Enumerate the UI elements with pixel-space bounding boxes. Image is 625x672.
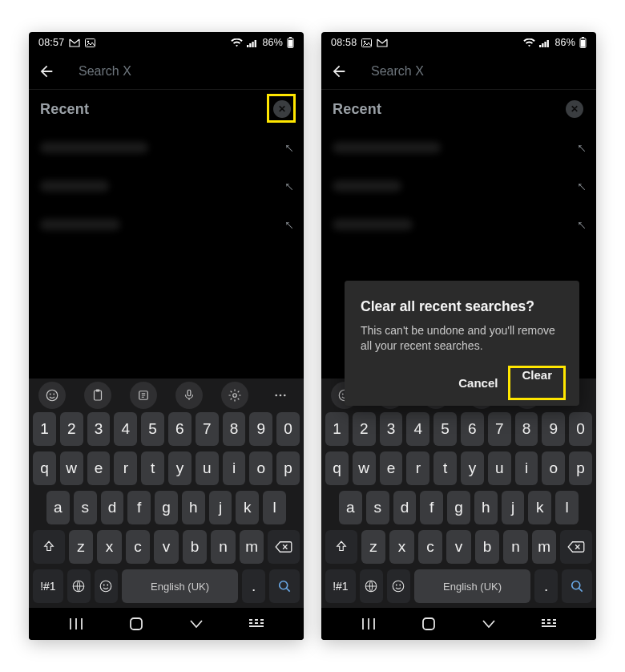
key[interactable]: e bbox=[380, 451, 403, 485]
space-key[interactable]: English (UK) bbox=[122, 569, 238, 603]
shift-key[interactable] bbox=[33, 530, 65, 564]
recent-item[interactable]: ↑ bbox=[40, 205, 292, 244]
recent-item[interactable]: ↑ bbox=[40, 128, 292, 167]
key[interactable]: w bbox=[60, 451, 83, 485]
key[interactable]: j bbox=[209, 491, 232, 524]
key[interactable]: y bbox=[461, 451, 484, 485]
key[interactable]: y bbox=[168, 451, 192, 485]
search-input[interactable]: Search X bbox=[371, 64, 424, 79]
recent-item[interactable]: ↑ bbox=[333, 167, 585, 205]
key[interactable]: n bbox=[211, 530, 236, 564]
key[interactable]: b bbox=[183, 530, 208, 564]
search-key[interactable] bbox=[269, 569, 300, 603]
symbols-key[interactable]: !#1 bbox=[33, 569, 63, 603]
recents-nav-icon[interactable] bbox=[357, 617, 381, 630]
key[interactable]: 6 bbox=[461, 412, 484, 446]
key[interactable]: f bbox=[127, 491, 151, 524]
back-nav-icon[interactable] bbox=[184, 619, 208, 629]
key[interactable]: k bbox=[236, 491, 259, 524]
key[interactable]: o bbox=[542, 451, 565, 485]
key[interactable]: 4 bbox=[114, 412, 137, 446]
key[interactable]: o bbox=[249, 451, 272, 485]
arrow-upleft-icon[interactable]: ↑ bbox=[573, 216, 590, 233]
key[interactable]: h bbox=[182, 491, 205, 524]
clear-recent-icon[interactable]: ✕ bbox=[566, 100, 583, 118]
key[interactable]: j bbox=[502, 491, 525, 524]
keyboard-nav-icon[interactable] bbox=[244, 619, 268, 629]
key[interactable]: g bbox=[447, 491, 470, 524]
period-key[interactable]: . bbox=[534, 569, 558, 603]
key[interactable]: h bbox=[474, 491, 498, 524]
key[interactable]: 9 bbox=[542, 412, 565, 446]
key[interactable]: d bbox=[393, 491, 417, 524]
key[interactable]: f bbox=[420, 491, 443, 524]
key[interactable]: l bbox=[263, 491, 286, 524]
emoji-icon[interactable] bbox=[38, 382, 66, 409]
key[interactable]: a bbox=[46, 491, 70, 524]
clear-button[interactable]: Clear bbox=[510, 360, 563, 390]
key[interactable]: v bbox=[446, 530, 471, 564]
key[interactable]: 3 bbox=[87, 412, 111, 446]
key[interactable]: 6 bbox=[168, 412, 192, 446]
key[interactable]: 1 bbox=[325, 412, 349, 446]
recent-item[interactable]: ↑ bbox=[40, 167, 292, 205]
key[interactable]: 1 bbox=[33, 412, 56, 446]
key[interactable]: 8 bbox=[223, 412, 246, 446]
back-arrow-icon[interactable] bbox=[329, 62, 349, 81]
back-nav-icon[interactable] bbox=[477, 619, 501, 629]
key[interactable]: r bbox=[406, 451, 429, 485]
key[interactable]: g bbox=[155, 491, 178, 524]
recent-item[interactable]: ↑ bbox=[333, 128, 585, 167]
home-nav-icon[interactable] bbox=[124, 617, 148, 631]
search-key[interactable] bbox=[562, 569, 592, 603]
key[interactable]: r bbox=[114, 451, 137, 485]
arrow-upleft-icon[interactable]: ↑ bbox=[280, 177, 297, 194]
key[interactable]: 9 bbox=[249, 412, 272, 446]
mic-icon[interactable] bbox=[175, 382, 203, 409]
key[interactable]: d bbox=[101, 491, 124, 524]
backspace-key[interactable] bbox=[560, 530, 592, 564]
key[interactable]: 5 bbox=[141, 412, 164, 446]
key[interactable]: 7 bbox=[488, 412, 511, 446]
key[interactable]: s bbox=[74, 491, 97, 524]
key[interactable]: n bbox=[503, 530, 528, 564]
key[interactable]: 7 bbox=[196, 412, 219, 446]
key[interactable]: w bbox=[353, 451, 376, 485]
key[interactable]: 8 bbox=[515, 412, 538, 446]
key[interactable]: 2 bbox=[353, 412, 376, 446]
key[interactable]: x bbox=[389, 530, 414, 564]
more-icon[interactable] bbox=[267, 382, 294, 409]
key[interactable]: c bbox=[126, 530, 151, 564]
key[interactable]: i bbox=[515, 451, 538, 485]
search-input[interactable]: Search X bbox=[79, 64, 131, 79]
key[interactable]: 0 bbox=[276, 412, 300, 446]
recents-nav-icon[interactable] bbox=[64, 617, 88, 630]
keyboard-nav-icon[interactable] bbox=[537, 619, 561, 629]
key[interactable]: z bbox=[361, 530, 386, 564]
recent-item[interactable]: ↑ bbox=[333, 205, 585, 244]
textselect-icon[interactable] bbox=[130, 382, 157, 409]
cancel-button[interactable]: Cancel bbox=[447, 368, 509, 398]
arrow-upleft-icon[interactable]: ↑ bbox=[280, 139, 297, 156]
arrow-upleft-icon[interactable]: ↑ bbox=[573, 177, 590, 194]
clear-recent-icon[interactable]: ✕ bbox=[273, 100, 291, 118]
key[interactable]: u bbox=[196, 451, 219, 485]
key[interactable]: q bbox=[33, 451, 56, 485]
key[interactable]: z bbox=[69, 530, 94, 564]
key[interactable]: m bbox=[532, 530, 557, 564]
shift-key[interactable] bbox=[325, 530, 357, 564]
key[interactable]: 5 bbox=[433, 412, 457, 446]
period-key[interactable]: . bbox=[242, 569, 265, 603]
key[interactable]: k bbox=[528, 491, 551, 524]
emoji-key[interactable] bbox=[387, 569, 410, 603]
key[interactable]: t bbox=[141, 451, 164, 485]
key[interactable]: t bbox=[433, 451, 457, 485]
arrow-upleft-icon[interactable]: ↑ bbox=[573, 139, 590, 156]
key[interactable]: c bbox=[418, 530, 443, 564]
globe-key[interactable] bbox=[360, 569, 383, 603]
key[interactable]: q bbox=[325, 451, 349, 485]
key[interactable]: a bbox=[339, 491, 362, 524]
key[interactable]: m bbox=[240, 530, 264, 564]
key[interactable]: 0 bbox=[569, 412, 592, 446]
space-key[interactable]: English (UK) bbox=[414, 569, 530, 603]
